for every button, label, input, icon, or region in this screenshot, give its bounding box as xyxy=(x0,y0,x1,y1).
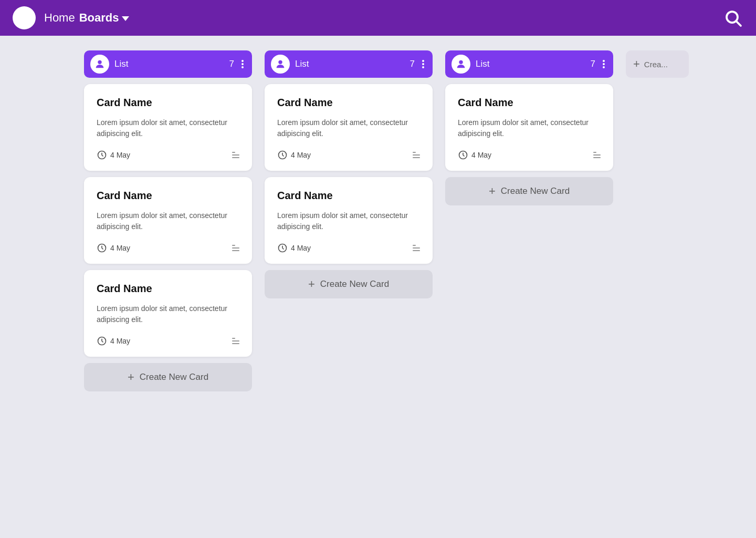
card-1-1-date: 4 May xyxy=(97,150,130,160)
card-2-1: Card Name Lorem ipsum dolor sit amet, co… xyxy=(265,84,433,171)
card-2-1-footer: 4 May xyxy=(277,150,420,160)
column-3: List 7 Card Name Lorem ipsum dolor sit a… xyxy=(445,50,613,205)
column-3-avatar xyxy=(452,55,470,74)
card-2-1-desc: Lorem ipsum dolor sit amet, consectetur … xyxy=(277,117,420,139)
app-header: Home Boards xyxy=(0,0,756,36)
card-1-3-footer: 4 May xyxy=(97,336,239,346)
column-1-avatar xyxy=(90,55,109,74)
plus-icon: + xyxy=(489,185,496,197)
card-list-icon[interactable] xyxy=(593,152,601,158)
clock-icon xyxy=(97,336,107,346)
column-4-partial-header[interactable]: + Crea... xyxy=(626,50,689,78)
card-1-1-name: Card Name xyxy=(97,97,239,109)
svg-point-6 xyxy=(278,60,282,64)
card-list-icon[interactable] xyxy=(232,152,239,158)
card-list-icon[interactable] xyxy=(232,338,239,344)
plus-icon: + xyxy=(128,371,134,383)
user-avatar[interactable] xyxy=(13,6,36,29)
card-list-icon[interactable] xyxy=(413,245,420,251)
board-content: List 7 Card Name Lorem ipsum dolor sit a… xyxy=(0,36,756,406)
card-2-2-footer: 4 May xyxy=(277,243,420,253)
header-nav: Home Boards xyxy=(44,11,129,25)
boards-label: Boards xyxy=(79,11,119,25)
card-3-1-desc: Lorem ipsum dolor sit amet, consectetur … xyxy=(458,117,601,139)
column-4-partial: + Crea... xyxy=(626,50,689,78)
clock-icon xyxy=(277,150,288,160)
home-nav-item[interactable]: Home xyxy=(44,11,75,25)
card-1-2-footer: 4 May xyxy=(97,243,239,253)
column-3-title: List xyxy=(476,59,583,69)
column-2-avatar xyxy=(271,55,290,74)
column-3-menu-button[interactable] xyxy=(601,58,607,70)
card-1-2-desc: Lorem ipsum dolor sit amet, consectetur … xyxy=(97,210,239,232)
create-new-card-col1-label: Create New Card xyxy=(140,372,208,382)
card-3-1-footer: 4 May xyxy=(458,150,601,160)
column-2-title: List xyxy=(295,59,403,69)
column-3-header: List 7 xyxy=(445,50,613,78)
avatar-icon xyxy=(94,58,106,70)
card-list-icon[interactable] xyxy=(413,152,420,158)
svg-point-9 xyxy=(459,60,463,64)
card-2-2-name: Card Name xyxy=(277,190,420,202)
avatar-icon xyxy=(455,58,467,70)
card-1-3: Card Name Lorem ipsum dolor sit amet, co… xyxy=(84,270,252,357)
avatar-icon xyxy=(275,58,286,70)
clock-icon xyxy=(97,150,107,160)
clock-icon xyxy=(97,243,107,253)
create-new-card-col1[interactable]: + Create New Card xyxy=(84,363,252,391)
clock-icon xyxy=(458,150,468,160)
card-1-2: Card Name Lorem ipsum dolor sit amet, co… xyxy=(84,177,252,264)
column-1-count: 7 xyxy=(229,59,234,69)
boards-nav-item[interactable]: Boards xyxy=(79,11,130,25)
card-1-1-desc: Lorem ipsum dolor sit amet, consectetur … xyxy=(97,117,239,139)
card-list-icon[interactable] xyxy=(232,245,239,251)
search-button[interactable] xyxy=(722,7,743,28)
column-1: List 7 Card Name Lorem ipsum dolor sit a… xyxy=(84,50,252,391)
card-1-3-desc: Lorem ipsum dolor sit amet, consectetur … xyxy=(97,303,239,325)
column-1-header: List 7 xyxy=(84,50,252,78)
svg-line-1 xyxy=(737,22,741,26)
clock-icon xyxy=(277,243,288,253)
plus-icon: + xyxy=(308,278,315,290)
column-2-header: List 7 xyxy=(265,50,433,78)
card-1-2-name: Card Name xyxy=(97,190,239,202)
card-2-2-desc: Lorem ipsum dolor sit amet, consectetur … xyxy=(277,210,420,232)
card-2-2: Card Name Lorem ipsum dolor sit amet, co… xyxy=(265,177,433,264)
create-new-card-col2-label: Create New Card xyxy=(320,279,389,289)
card-3-1: Card Name Lorem ipsum dolor sit amet, co… xyxy=(445,84,613,171)
column-2-menu-button[interactable] xyxy=(420,58,426,70)
card-1-2-date: 4 May xyxy=(97,243,130,253)
svg-point-2 xyxy=(98,60,101,64)
card-3-1-date: 4 May xyxy=(458,150,491,160)
column-2-count: 7 xyxy=(410,59,415,69)
create-new-card-col2[interactable]: + Create New Card xyxy=(265,270,433,298)
create-new-card-col3[interactable]: + Create New Card xyxy=(445,177,613,205)
plus-icon: + xyxy=(633,57,640,71)
column-2: List 7 Card Name Lorem ipsum dolor sit a… xyxy=(265,50,433,298)
create-list-label: Crea... xyxy=(644,60,668,69)
card-1-1-footer: 4 May xyxy=(97,150,239,160)
card-3-1-name: Card Name xyxy=(458,97,601,109)
card-2-2-date: 4 May xyxy=(277,243,311,253)
column-1-title: List xyxy=(114,59,222,69)
card-1-3-name: Card Name xyxy=(97,283,239,295)
card-1-3-date: 4 May xyxy=(97,336,130,346)
column-1-menu-button[interactable] xyxy=(239,58,246,70)
column-3-count: 7 xyxy=(591,59,595,69)
create-new-card-col3-label: Create New Card xyxy=(501,186,570,196)
chevron-down-icon xyxy=(122,16,129,21)
card-2-1-date: 4 May xyxy=(277,150,311,160)
search-icon xyxy=(723,8,742,27)
card-1-1: Card Name Lorem ipsum dolor sit amet, co… xyxy=(84,84,252,171)
card-2-1-name: Card Name xyxy=(277,97,420,109)
